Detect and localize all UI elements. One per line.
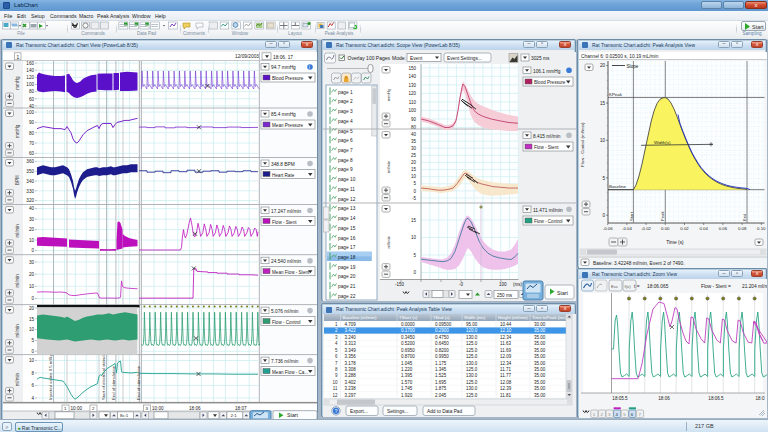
svg-text:10: 10 xyxy=(411,235,417,240)
svg-text:80: 80 xyxy=(29,131,35,136)
svg-text:80: 80 xyxy=(29,89,35,94)
svg-text:8: 8 xyxy=(31,371,34,376)
svg-text:320: 320 xyxy=(26,198,34,203)
svg-text:120: 120 xyxy=(26,75,34,80)
svg-text:1.570: 1.570 xyxy=(401,380,413,385)
svg-text:0.3450: 0.3450 xyxy=(401,335,415,340)
svg-text:Settings...: Settings... xyxy=(387,409,408,414)
svg-text:?: ? xyxy=(335,409,338,414)
svg-text:160: 160 xyxy=(26,61,34,66)
svg-text:-0.06: -0.06 xyxy=(603,226,613,231)
svg-text:page 9: page 9 xyxy=(338,167,353,172)
svg-text:ml/min: ml/min xyxy=(15,274,20,288)
svg-text:3.288: 3.288 xyxy=(345,373,357,378)
svg-text:350: 350 xyxy=(26,169,34,174)
svg-text:Start: Start xyxy=(557,290,569,296)
svg-text:360: 360 xyxy=(26,159,34,164)
svg-text:90: 90 xyxy=(411,117,417,122)
svg-text:1: 1 xyxy=(17,55,20,60)
svg-text:11.71: 11.71 xyxy=(500,367,511,372)
svg-text:150: 150 xyxy=(408,66,416,71)
svg-text:20: 20 xyxy=(29,306,35,311)
svg-text:0.5200: 0.5200 xyxy=(401,341,415,346)
svg-text:-0: -0 xyxy=(459,282,463,287)
svg-text:Peak: Peak xyxy=(660,211,665,221)
svg-text:0.4750: 0.4750 xyxy=(435,335,449,340)
svg-text:3.297: 3.297 xyxy=(345,393,357,398)
svg-text:15: 15 xyxy=(600,101,606,106)
svg-text:0.6450: 0.6450 xyxy=(435,341,449,346)
svg-text:0.9950: 0.9950 xyxy=(435,354,449,359)
svg-text:5: 5 xyxy=(602,176,605,181)
svg-text:3.422: 3.422 xyxy=(345,328,357,333)
svg-text:2.045: 2.045 xyxy=(435,393,447,398)
svg-text:3.308: 3.308 xyxy=(345,367,357,372)
svg-text:3.313: 3.313 xyxy=(345,341,357,346)
svg-text:40: 40 xyxy=(29,206,35,211)
svg-text:130: 130 xyxy=(408,83,416,88)
svg-text:3.240: 3.240 xyxy=(345,335,357,340)
svg-text:Baseline: Baseline xyxy=(609,184,626,189)
svg-text:35.00: 35.00 xyxy=(534,328,546,333)
svg-text:1.395: 1.395 xyxy=(401,373,413,378)
svg-text:110: 110 xyxy=(409,100,417,105)
svg-text:page 17: page 17 xyxy=(338,245,356,250)
svg-text:End of stimulation: End of stimulation xyxy=(111,365,116,400)
svg-text:1.345: 1.345 xyxy=(435,367,447,372)
svg-text:10: 10 xyxy=(29,358,35,363)
svg-text:t =: t = xyxy=(634,284,640,289)
svg-text:3.349: 3.349 xyxy=(345,348,357,353)
svg-text:Start: Start xyxy=(287,412,299,418)
svg-text:Event: Event xyxy=(410,56,423,61)
svg-text:85.4 mmHg: 85.4 mmHg xyxy=(271,112,296,117)
svg-text:10: 10 xyxy=(29,284,35,289)
svg-text:Blood Pressure: Blood Pressure xyxy=(272,76,304,81)
svg-text:10.44: 10.44 xyxy=(500,322,512,327)
svg-text:0.09500: 0.09500 xyxy=(435,322,452,327)
svg-text:11.63: 11.63 xyxy=(500,341,511,346)
svg-text:130.0: 130.0 xyxy=(466,361,478,366)
svg-text:page 6: page 6 xyxy=(338,138,353,143)
svg-text:10:00: 10:00 xyxy=(152,406,164,411)
svg-text:10: 10 xyxy=(29,327,35,332)
svg-text:18:05.5: 18:05.5 xyxy=(612,396,628,401)
svg-text:330: 330 xyxy=(26,189,34,194)
svg-text:Mean Flow - Stent: Mean Flow - Stent xyxy=(272,270,310,275)
svg-text:130.0: 130.0 xyxy=(466,335,478,340)
svg-text:11.81: 11.81 xyxy=(500,393,511,398)
svg-text:125.0: 125.0 xyxy=(466,380,478,385)
svg-text:12/09/2003: 12/09/2003 xyxy=(235,54,259,59)
svg-text:70: 70 xyxy=(29,141,35,146)
svg-text:KPeak: KPeak xyxy=(609,92,623,97)
svg-text:35.00: 35.00 xyxy=(534,380,546,385)
svg-text:page 14: page 14 xyxy=(338,216,356,221)
svg-text:Flow - Control (ml/min): Flow - Control (ml/min) xyxy=(580,122,585,167)
svg-text:25: 25 xyxy=(411,153,417,158)
svg-text:i: i xyxy=(309,65,310,70)
svg-text:35.00: 35.00 xyxy=(534,386,546,391)
svg-text:90: 90 xyxy=(29,120,35,125)
svg-text:0.6950: 0.6950 xyxy=(401,348,415,353)
svg-text:5: 5 xyxy=(31,338,34,343)
svg-text:ml/min: ml/min xyxy=(15,373,20,387)
svg-text:7.736 ml/min: 7.736 ml/min xyxy=(271,359,299,364)
svg-text:1.875: 1.875 xyxy=(435,386,447,391)
svg-text:15: 15 xyxy=(411,218,417,223)
svg-text:0.00: 0.00 xyxy=(661,226,670,231)
svg-text:20: 20 xyxy=(411,160,417,165)
svg-text:Mode:: Mode: xyxy=(392,55,406,61)
svg-text:10: 10 xyxy=(600,138,606,143)
svg-text:20: 20 xyxy=(600,63,606,68)
svg-text:1.920: 1.920 xyxy=(401,393,413,398)
svg-text:1.175: 1.175 xyxy=(435,361,447,366)
svg-text:page 11: page 11 xyxy=(338,187,355,192)
svg-text:12.09: 12.09 xyxy=(500,354,512,359)
svg-text:30.00: 30.00 xyxy=(534,322,546,327)
svg-text:Flow - Control: Flow - Control xyxy=(534,219,563,224)
svg-text:page 13: page 13 xyxy=(338,206,356,211)
svg-text:ml/min: ml/min xyxy=(386,160,391,173)
svg-text:Slope: Slope xyxy=(627,64,639,69)
svg-text:60: 60 xyxy=(29,97,35,102)
svg-text:page 19: page 19 xyxy=(338,265,356,270)
svg-text:10: 10 xyxy=(411,174,417,179)
